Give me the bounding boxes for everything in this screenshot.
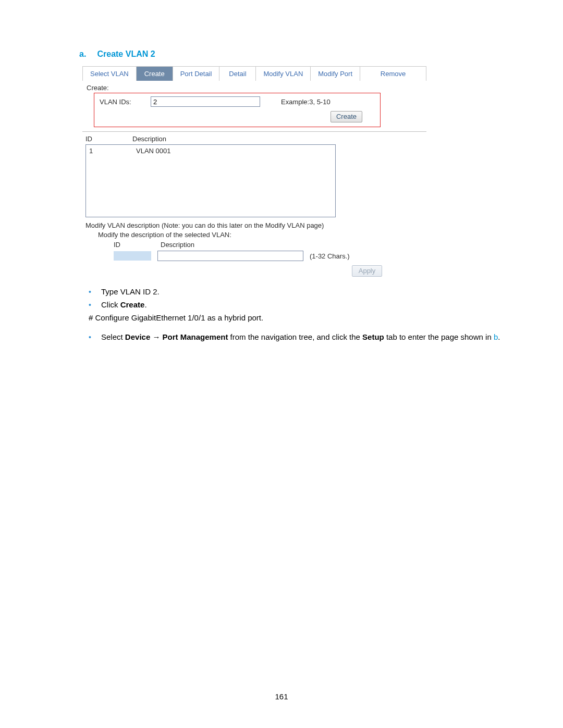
- tab-remove[interactable]: Remove: [360, 67, 426, 81]
- modify-desc-input[interactable]: [157, 251, 303, 261]
- create-button[interactable]: Create: [331, 111, 362, 122]
- heading-title: Create VLAN 2: [97, 50, 155, 58]
- col-id-header: ID: [85, 135, 132, 143]
- tab-bar: Select VLAN Create Port Detail Detail Mo…: [82, 66, 426, 81]
- divider: [82, 131, 426, 132]
- tab-detail[interactable]: Detail: [219, 67, 256, 81]
- vlan-ids-example: Example:3, 5-10: [281, 98, 331, 106]
- tab-modify-port[interactable]: Modify Port: [311, 67, 360, 81]
- row-id: 1: [89, 147, 136, 155]
- modify-col-desc: Description: [161, 241, 426, 249]
- create-section-label: Create:: [87, 84, 426, 92]
- tab-modify-vlan[interactable]: Modify VLAN: [256, 67, 311, 81]
- instruction-item: Click Create.: [101, 300, 500, 309]
- vlan-create-ui: Select VLAN Create Port Detail Detail Mo…: [82, 66, 426, 277]
- table-row[interactable]: 1 VLAN 0001: [89, 147, 332, 155]
- modify-note: Modify VLAN description (Note: you can d…: [85, 221, 426, 229]
- vlan-ids-label: VLAN IDs:: [100, 98, 135, 106]
- apply-button[interactable]: Apply: [352, 265, 382, 277]
- tab-port-detail[interactable]: Port Detail: [173, 67, 220, 81]
- vlan-id-table-body[interactable]: 1 VLAN 0001: [85, 144, 336, 217]
- page-number: 161: [0, 692, 563, 701]
- instruction-item: Type VLAN ID 2.: [101, 287, 500, 296]
- tab-create[interactable]: Create: [137, 67, 173, 81]
- desc-char-hint: (1-32 Chars.): [310, 252, 350, 260]
- vlan-ids-input[interactable]: [151, 96, 260, 107]
- section-heading: a. Create VLAN 2: [79, 50, 500, 59]
- link-b[interactable]: b: [494, 332, 498, 341]
- col-desc-header: Description: [132, 135, 336, 143]
- modify-id-display: [114, 251, 151, 261]
- tab-select-vlan[interactable]: Select VLAN: [83, 67, 137, 81]
- vlan-id-table: ID Description 1 VLAN 0001: [85, 135, 336, 217]
- instruction-list-2: Select Device → Port Management from the…: [79, 332, 500, 341]
- instruction-item: Select Device → Port Management from the…: [101, 332, 500, 341]
- heading-item-letter: a.: [79, 50, 95, 59]
- instruction-list-1: Type VLAN ID 2. Click Create.: [79, 287, 500, 309]
- hash-instruction: # Configure GigabitEthernet 1/0/1 as a h…: [79, 313, 500, 322]
- modify-subnote: Modify the description of the selected V…: [98, 231, 426, 239]
- modify-col-id: ID: [114, 241, 161, 249]
- create-panel: VLAN IDs: Example:3, 5-10 Create: [94, 93, 381, 127]
- row-desc: VLAN 0001: [136, 147, 171, 155]
- modify-fields: ID Description (1-32 Chars.) Apply: [114, 241, 426, 277]
